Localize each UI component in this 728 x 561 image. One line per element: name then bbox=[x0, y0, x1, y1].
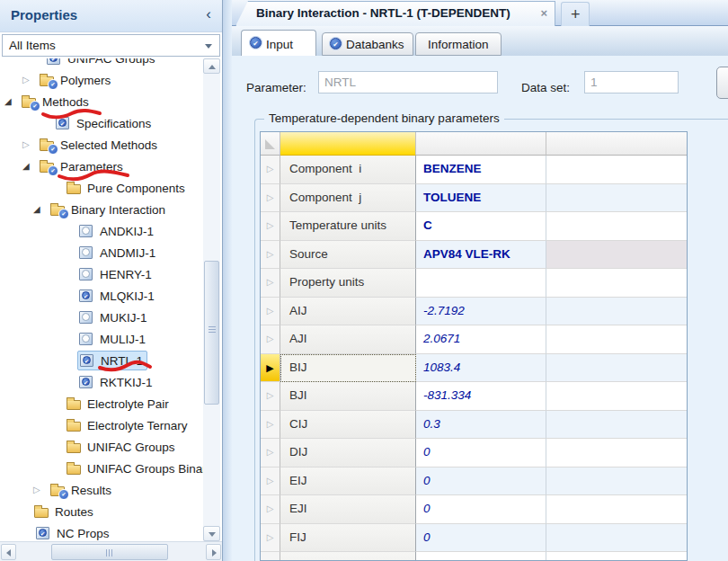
row-selector[interactable]: ▷ bbox=[261, 468, 280, 496]
tree-item-electrolyte-ternary[interactable]: Electrolyte Ternary bbox=[1, 414, 203, 436]
tree-item-rktkij-1[interactable]: ✔RKTKIJ-1 bbox=[1, 371, 203, 393]
row-extra-cell[interactable] bbox=[546, 468, 687, 496]
tree-vertical-scrollbar[interactable] bbox=[203, 58, 220, 541]
tree-item-unifac-groups-binary[interactable]: UNIFAC Groups Binary bbox=[1, 458, 203, 479]
row-extra-cell[interactable] bbox=[546, 212, 687, 241]
tree-item-unifac-groups[interactable]: ✔UNIFAC Groups bbox=[1, 58, 203, 69]
row-value-cell[interactable]: 0 bbox=[416, 495, 546, 524]
column-header-values[interactable] bbox=[416, 132, 546, 156]
tree-node[interactable]: HENRY-1 bbox=[77, 264, 155, 284]
row-value-cell[interactable]: BENZENE bbox=[416, 156, 546, 184]
row-label-cell[interactable]: EJI bbox=[280, 495, 416, 524]
row-selector[interactable]: ▶ bbox=[261, 354, 280, 383]
row-label-cell[interactable]: CIJ bbox=[280, 411, 416, 440]
scroll-left-button[interactable] bbox=[1, 544, 16, 560]
row-extra-cell[interactable] bbox=[546, 411, 687, 440]
tree-horizontal-scrollbar[interactable] bbox=[0, 541, 222, 561]
row-selector[interactable]: ▷ bbox=[261, 411, 280, 440]
tree-item-specifications[interactable]: ✔Specifications bbox=[1, 112, 203, 134]
scroll-right-button[interactable] bbox=[206, 544, 221, 560]
dataset-field[interactable] bbox=[584, 71, 679, 94]
row-label-cell[interactable]: Temperature units bbox=[280, 212, 416, 241]
document-tab-binary-interaction[interactable]: Binary Interaction - NRTL-1 (T-DEPENDENT… bbox=[235, 1, 555, 26]
row-label-cell[interactable]: BJI bbox=[280, 382, 416, 411]
row-selector[interactable]: ▷ bbox=[261, 495, 280, 524]
row-selector[interactable]: ▷ bbox=[261, 184, 280, 213]
filter-dropdown[interactable]: All Items bbox=[2, 34, 220, 57]
collapsed-expander-icon[interactable]: ▷ bbox=[33, 484, 48, 496]
new-tab-button[interactable]: + bbox=[561, 2, 590, 26]
tree-item-electrolyte-pair[interactable]: Electrolyte Pair bbox=[1, 393, 203, 414]
row-value-cell[interactable]: 2.0671 bbox=[416, 325, 546, 354]
tree-node[interactable]: ✔NRTL-1 bbox=[77, 351, 147, 370]
row-selector[interactable]: ▷ bbox=[261, 439, 280, 468]
row-value-cell[interactable]: 0 bbox=[416, 552, 546, 561]
row-value-cell[interactable]: APV84 VLE-RK bbox=[416, 241, 546, 270]
row-label-cell[interactable]: Property units bbox=[280, 269, 416, 298]
row-extra-cell[interactable] bbox=[546, 241, 687, 270]
tree-node[interactable]: ✔NC Props bbox=[34, 523, 113, 541]
tree-node[interactable]: ✔Polymers bbox=[38, 70, 114, 90]
tree-item-nrtl-1[interactable]: ✔NRTL-1 bbox=[1, 350, 203, 371]
expanded-expander-icon[interactable]: ◢ bbox=[4, 95, 19, 108]
row-label-cell[interactable]: Component j bbox=[280, 184, 416, 213]
row-label-cell[interactable]: Source bbox=[280, 241, 416, 270]
scroll-up-button[interactable] bbox=[203, 58, 220, 74]
row-label-cell[interactable]: FJI bbox=[280, 552, 416, 561]
row-extra-cell[interactable] bbox=[546, 156, 687, 184]
tree-node[interactable]: ✔MLQKIJ-1 bbox=[77, 286, 158, 306]
row-label-cell[interactable]: Component i bbox=[280, 156, 416, 184]
tree-item-routes[interactable]: Routes bbox=[1, 501, 203, 522]
tree-node[interactable]: Electrolyte Pair bbox=[65, 394, 173, 414]
row-label-cell[interactable]: BIJ bbox=[280, 354, 416, 383]
tree-item-henry-1[interactable]: HENRY-1 bbox=[1, 263, 203, 285]
close-icon[interactable]: × bbox=[540, 6, 547, 20]
row-extra-cell[interactable] bbox=[546, 524, 687, 553]
row-extra-cell[interactable] bbox=[546, 269, 687, 298]
tree-item-results[interactable]: ▷✔Results bbox=[1, 479, 203, 501]
tree-item-unifac-groups[interactable]: UNIFAC Groups bbox=[1, 436, 203, 458]
row-label-cell[interactable]: AIJ bbox=[280, 298, 416, 326]
row-value-cell[interactable]: C bbox=[416, 212, 546, 241]
row-selector[interactable]: ▷ bbox=[261, 325, 280, 354]
row-value-cell[interactable]: TOLUENE bbox=[416, 184, 546, 213]
tree-node[interactable]: Electrolyte Ternary bbox=[65, 415, 191, 435]
row-value-cell[interactable] bbox=[416, 269, 546, 298]
row-selector[interactable]: ▷ bbox=[261, 552, 280, 561]
tree-item-andmij-1[interactable]: ANDMIJ-1 bbox=[1, 242, 203, 263]
row-value-cell[interactable]: -831.334 bbox=[416, 382, 546, 411]
tree-item-mlqkij-1[interactable]: ✔MLQKIJ-1 bbox=[1, 285, 203, 307]
row-label-cell[interactable]: AJI bbox=[280, 325, 416, 354]
row-value-cell[interactable]: 0.3 bbox=[416, 411, 546, 440]
tree-node[interactable]: ✔Binary Interaction bbox=[49, 200, 169, 219]
row-selector[interactable]: ▷ bbox=[261, 382, 280, 411]
expanded-expander-icon[interactable]: ◢ bbox=[22, 160, 37, 173]
row-value-cell[interactable]: 0 bbox=[416, 439, 546, 468]
row-extra-cell[interactable] bbox=[546, 382, 687, 411]
column-header-extra[interactable] bbox=[546, 132, 687, 156]
tree-item-pure-components[interactable]: Pure Components bbox=[1, 177, 203, 199]
tree-item-nc-props[interactable]: ✔NC Props bbox=[1, 522, 203, 541]
expanded-expander-icon[interactable]: ◢ bbox=[33, 203, 48, 216]
tree-node[interactable]: ✔Specifications bbox=[54, 113, 155, 133]
panel-collapse-icon[interactable]: ‹ bbox=[206, 4, 211, 24]
row-label-cell[interactable]: DIJ bbox=[280, 439, 416, 468]
row-extra-cell[interactable] bbox=[546, 184, 687, 213]
tree-node[interactable]: ✔Parameters bbox=[38, 156, 127, 176]
row-extra-cell[interactable] bbox=[546, 298, 687, 326]
scrollbar-thumb[interactable] bbox=[204, 261, 219, 405]
tree-node[interactable]: MULIJ-1 bbox=[77, 329, 149, 349]
tree-node[interactable]: ✔UNIFAC Groups bbox=[45, 58, 159, 68]
tab-input[interactable]: ✔ Input bbox=[241, 30, 316, 56]
collapsed-expander-icon[interactable]: ▷ bbox=[22, 138, 37, 151]
tree-node[interactable]: UNIFAC Groups Binary bbox=[65, 459, 203, 478]
tree-node[interactable]: ✔Selected Methods bbox=[38, 135, 161, 155]
row-selector[interactable]: ▷ bbox=[261, 156, 280, 184]
select-all-corner-cell[interactable] bbox=[261, 132, 280, 156]
tree-item-andkij-1[interactable]: ANDKIJ-1 bbox=[1, 220, 203, 242]
row-selector[interactable]: ▷ bbox=[261, 524, 280, 553]
parameter-field[interactable] bbox=[318, 71, 498, 94]
panel-splitter[interactable] bbox=[223, 0, 232, 561]
tree-node[interactable]: ANDKIJ-1 bbox=[77, 221, 157, 241]
tree-item-selected-methods[interactable]: ▷✔Selected Methods bbox=[1, 134, 203, 156]
